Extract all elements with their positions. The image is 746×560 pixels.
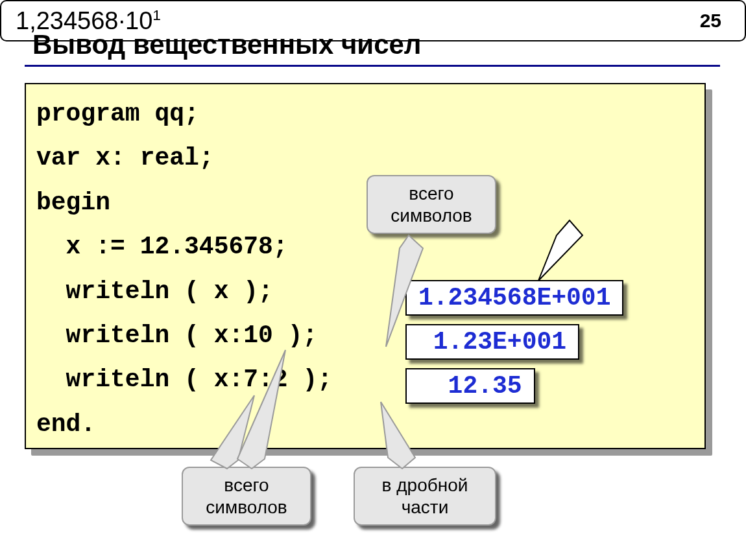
callout-total-chars-top: всего символов	[367, 175, 496, 234]
output-2: 1.23E+001	[405, 324, 579, 360]
result-top-exponent: 1	[152, 6, 161, 23]
output-1: 1.234568E+001	[405, 280, 623, 316]
callout-total-chars-bottom: всего символов	[182, 467, 311, 526]
title-underline	[25, 65, 720, 67]
page-number: 25	[700, 10, 721, 32]
output-3: 12.35	[405, 368, 535, 404]
callout-fraction: в дробной части	[354, 467, 496, 526]
slide-title: Вывод вещественных чисел	[32, 29, 422, 60]
code-block: program qq; var x: real; begin x := 12.3…	[25, 83, 706, 449]
